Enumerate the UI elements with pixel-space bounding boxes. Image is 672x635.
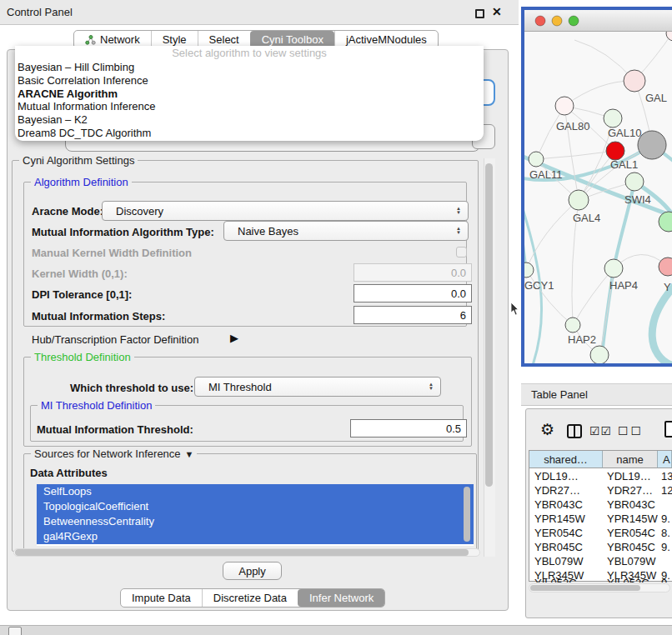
kernel-width-field[interactable]: 0.0 xyxy=(354,263,472,282)
column-header-name[interactable]: name xyxy=(603,451,658,468)
node-gal10[interactable] xyxy=(604,109,622,128)
column-header-partial[interactable]: A xyxy=(658,451,672,468)
node-y[interactable] xyxy=(659,258,672,276)
dropdown-item[interactable]: Basic Correlation Inference xyxy=(15,74,484,88)
table-cell[interactable]: YPR145W xyxy=(534,512,585,525)
table-cell[interactable]: YDL19… xyxy=(607,470,651,482)
node-bottom[interactable] xyxy=(590,346,609,363)
table-cell[interactable]: YPR145W xyxy=(607,512,658,525)
mi-type-label: Mutual Information Algorithm Type: xyxy=(32,226,214,238)
attributes-list-scrollbar[interactable] xyxy=(464,487,470,542)
node-gal[interactable] xyxy=(624,70,645,92)
control-panel-titlebar: Control Panel xyxy=(0,0,519,25)
node-label: GAL80 xyxy=(556,120,589,132)
close-window-icon[interactable] xyxy=(535,16,545,26)
list-item-selected[interactable]: BetweennessCentrality xyxy=(37,514,474,529)
hub-expand-icon[interactable]: ▶ xyxy=(230,332,238,344)
node-label: GCY1 xyxy=(524,279,554,292)
node-gray[interactable] xyxy=(638,131,666,159)
node-label: GAL xyxy=(645,92,667,104)
hub-factor-label: Hub/Transcription Factor Definition xyxy=(32,333,198,346)
split-columns-icon[interactable] xyxy=(567,424,582,438)
checked-columns-icon[interactable]: ☑☑ xyxy=(589,424,612,438)
settings-vscroll-thumb[interactable] xyxy=(485,163,493,487)
which-threshold-combo[interactable]: MI Threshold ▲▼ xyxy=(194,377,441,397)
mi-type-combo[interactable]: Naive Bayes ▲▼ xyxy=(223,221,469,241)
column-header-shared[interactable]: shared… xyxy=(529,451,603,468)
mi-threshold-label: Mutual Information Threshold: xyxy=(37,423,193,436)
gear-icon[interactable]: ⚙ xyxy=(540,420,554,439)
minimize-window-icon[interactable] xyxy=(552,16,562,26)
table-cell[interactable]: YDR27… xyxy=(534,484,580,497)
node-hap4[interactable] xyxy=(604,259,623,278)
node-gcy1[interactable] xyxy=(524,262,534,278)
list-item-selected[interactable]: TopologicalCoefficient xyxy=(37,499,474,514)
table-cell[interactable]: 9. xyxy=(661,512,670,525)
node-gal1[interactable] xyxy=(606,142,624,160)
apply-button[interactable]: Apply xyxy=(223,562,282,580)
table-cell[interactable]: YDR27… xyxy=(607,484,653,497)
node-gal80[interactable] xyxy=(555,97,574,115)
node-label: GAL11 xyxy=(529,168,563,181)
node-label: HAP2 xyxy=(568,333,596,346)
node-label: GAL4 xyxy=(573,212,600,224)
table-cell[interactable]: YBR043C xyxy=(534,498,583,511)
manual-kernel-checkbox[interactable] xyxy=(456,247,467,258)
network-canvas[interactable]: GAL GAL80 GAL10 GAL1 SWI4 GAL11 GAL4 GCY… xyxy=(524,32,672,363)
node-gal11[interactable] xyxy=(529,152,544,167)
node-swi4[interactable] xyxy=(625,172,644,191)
list-item-selected[interactable]: SelfLoops xyxy=(37,484,474,499)
table-cell-clipped[interactable]: YIL052C xyxy=(534,577,577,582)
algorithm-definition-title: Algorithm Definition xyxy=(31,176,132,188)
table-cell[interactable]: YBL079W xyxy=(607,555,656,568)
node-green[interactable] xyxy=(659,212,672,232)
aracne-mode-combo[interactable]: Discovery ▲▼ xyxy=(102,201,469,221)
table-cell[interactable]: 9. xyxy=(661,541,670,553)
table-cell[interactable]: YBL079W xyxy=(534,555,584,568)
aracne-mode-label: Aracne Mode: xyxy=(32,205,103,218)
tab-infer-network[interactable]: Infer Network xyxy=(298,589,384,607)
table-cell[interactable]: YER054C xyxy=(534,527,583,539)
table-cell[interactable]: YBR045C xyxy=(607,541,655,553)
dropdown-item-selected[interactable]: ARACNE Algorithm xyxy=(15,88,484,101)
mi-threshold-field[interactable]: 0.5 xyxy=(350,419,467,438)
dropdown-item[interactable]: Dream8 DC_TDC Algorithm xyxy=(15,127,484,140)
node-gal4[interactable] xyxy=(569,190,589,210)
algorithm-dropdown-popup: Select algorithm to view settings Bayesi… xyxy=(15,46,484,141)
table-hscroll-thumb[interactable] xyxy=(530,585,640,591)
table-cell[interactable]: 8. xyxy=(661,527,670,539)
screen: Control Panel ✕ Network Style Select Cyn… xyxy=(0,0,672,635)
dropdown-placeholder: Select algorithm to view settings xyxy=(15,46,484,61)
table-cell-clipped[interactable]: 9. xyxy=(661,577,670,582)
close-panel-icon[interactable]: ✕ xyxy=(492,5,502,18)
table-cell[interactable]: 13 xyxy=(661,470,672,482)
minimized-panel-icon[interactable] xyxy=(8,627,22,635)
dropdown-item[interactable]: Bayesian – K2 xyxy=(15,113,484,127)
zoom-window-icon[interactable] xyxy=(569,16,579,26)
list-item-selected[interactable]: gal4RGexp xyxy=(37,529,474,544)
document-icon[interactable] xyxy=(664,421,672,438)
mi-threshold-group-title: MI Threshold Definition xyxy=(38,399,155,412)
settings-hscroll-thumb[interactable] xyxy=(15,549,469,556)
mouse-cursor xyxy=(510,302,519,316)
mi-steps-field[interactable]: 6 xyxy=(354,306,472,324)
sources-collapse-icon[interactable]: ▼ xyxy=(185,449,194,459)
dpi-tolerance-field[interactable]: 0.0 xyxy=(354,284,472,302)
float-panel-icon[interactable] xyxy=(475,9,484,18)
dpi-tolerance-label: DPI Tolerance [0,1]: xyxy=(32,288,132,301)
table-cell[interactable]: YBR043C xyxy=(607,498,655,511)
node[interactable] xyxy=(666,32,672,41)
table-cell-clipped[interactable]: YIL052C xyxy=(607,577,649,582)
network-window-titlebar[interactable] xyxy=(524,10,672,32)
tab-impute-data[interactable]: Impute Data xyxy=(121,589,202,607)
unchecked-columns-icon[interactable]: ☐☐ xyxy=(618,424,644,438)
tab-discretize-data[interactable]: Discretize Data xyxy=(202,589,298,607)
node-hap2[interactable] xyxy=(565,318,580,332)
control-panel-title: Control Panel xyxy=(7,6,73,18)
dropdown-item[interactable]: Mutual Information Inference xyxy=(15,100,484,113)
table-cell[interactable]: YBR045C xyxy=(534,541,583,553)
table-cell[interactable]: 12 xyxy=(661,484,672,497)
table-cell[interactable]: YER054C xyxy=(607,527,655,539)
table-cell[interactable]: YDL19… xyxy=(534,470,579,482)
dropdown-item[interactable]: Bayesian – Hill Climbing xyxy=(15,61,484,74)
